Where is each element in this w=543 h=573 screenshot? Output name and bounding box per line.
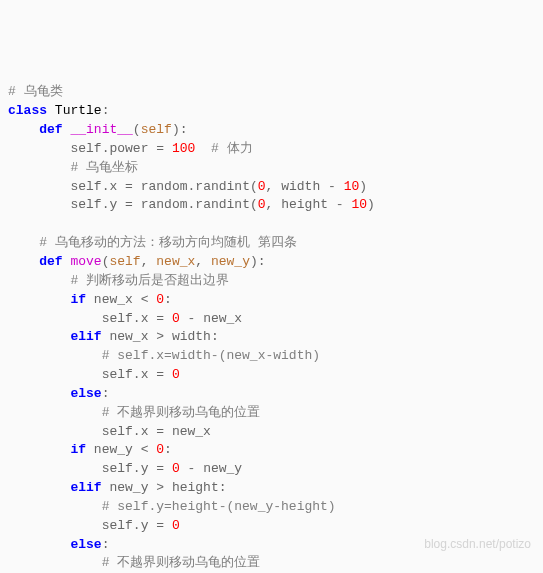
comment: # 乌龟类 — [8, 84, 63, 99]
code-block: # 乌龟类class Turtle: def __init__(self): s… — [8, 83, 535, 573]
comment: # self.x=width-(new_x-width) — [102, 348, 320, 363]
comment: # 体力 — [211, 141, 253, 156]
self: self — [141, 122, 172, 137]
class-name: Turtle — [55, 103, 102, 118]
keyword-class: class — [8, 103, 47, 118]
comment: # 判断移动后是否超出边界 — [70, 273, 229, 288]
comment: # 不越界则移动乌龟的位置 — [102, 405, 261, 420]
keyword-def: def — [39, 122, 62, 137]
func-init: __init__ — [70, 122, 132, 137]
comment: # self.y=height-(new_y-height) — [102, 499, 336, 514]
comment: # 不越界则移动乌龟的位置 — [102, 555, 261, 570]
comment: # 乌龟坐标 — [70, 160, 138, 175]
func-move: move — [70, 254, 101, 269]
comment: # 乌龟移动的方法：移动方向均随机 第四条 — [39, 235, 296, 250]
